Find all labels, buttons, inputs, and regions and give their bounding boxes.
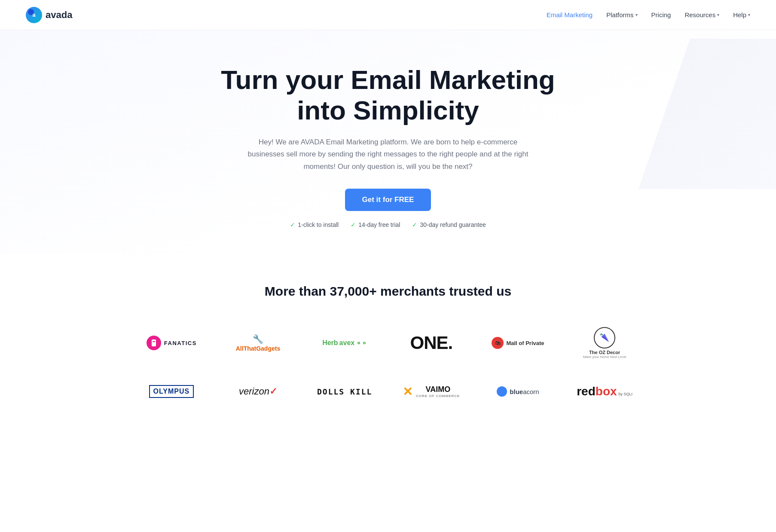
redbox-brand: red box by SQLI xyxy=(577,385,632,398)
mall-icon: 🛍 xyxy=(492,337,504,349)
nav-link-email[interactable]: Email Marketing xyxy=(547,11,593,18)
merchants-section: More than 37,000+ merchants trusted us F… xyxy=(0,254,776,443)
navbar: a avada Email Marketing Platforms ▾ Pric… xyxy=(0,0,776,30)
gadget-icon: 🔧 xyxy=(253,334,263,344)
one-text: ONE. xyxy=(410,333,452,353)
herbavex-text: Herb xyxy=(322,339,338,347)
badge-trial: ✓ 14-day free trial xyxy=(351,221,400,228)
chevron-down-icon-help: ▾ xyxy=(748,12,750,17)
blueacorn-brand: blueacorn xyxy=(497,386,539,397)
fanatics-text: FANATICS xyxy=(164,340,197,346)
oz-text: The OZ Decor xyxy=(589,350,620,355)
redbox-text: red xyxy=(577,385,596,398)
logo-icon: a xyxy=(26,7,42,23)
nav-link-pricing[interactable]: Pricing xyxy=(651,11,671,18)
verizon-text: verizon xyxy=(239,386,269,397)
one-brand: ONE. xyxy=(410,333,452,353)
nav-link-platforms[interactable]: Platforms ▾ xyxy=(606,11,637,18)
cta-button[interactable]: Get it for FREE xyxy=(345,189,431,211)
logo[interactable]: a avada xyxy=(26,7,72,23)
fanatics-brand: FANATICS xyxy=(146,335,197,351)
nav-item-help[interactable]: Help ▾ xyxy=(733,11,750,18)
nav-item-email[interactable]: Email Marketing xyxy=(547,11,593,18)
oz-circle-icon xyxy=(594,327,615,349)
logo-allthat: 🔧 AllThatGadgets xyxy=(217,326,299,360)
allthat-brand: 🔧 AllThatGadgets xyxy=(236,334,280,352)
herbavex-dots: ⚬⚬ xyxy=(356,339,367,347)
redbox-box-text: box xyxy=(596,385,617,398)
logo-letter: a xyxy=(32,12,35,18)
hero-heading: Turn your Email Marketing into Simplicit… xyxy=(195,64,581,126)
vaimo-text-block: VAIMO CORE OF COMMERCE xyxy=(416,385,460,398)
hero-badges: ✓ 1-click to install ✓ 14-day free trial… xyxy=(26,221,750,228)
fanatics-icon xyxy=(146,335,162,351)
olympus-brand: OLYMPUS xyxy=(149,385,194,398)
mall-brand: 🛍 Mall of Private xyxy=(492,337,544,349)
merchant-logo-grid: FANATICS 🔧 AllThatGadgets Herb avex ⚬⚬ O… xyxy=(130,320,646,409)
logo-one: ONE. xyxy=(390,326,473,360)
logo-text: avada xyxy=(46,9,72,21)
herbavex-text2: avex xyxy=(339,339,355,347)
chevron-down-icon-resources: ▾ xyxy=(717,12,719,17)
blueacorn-text: blueacorn xyxy=(510,388,539,395)
hero-section: Turn your Email Marketing into Simplicit… xyxy=(0,30,776,254)
hero-subheading: Hey! We are AVADA Email Marketing platfo… xyxy=(242,136,534,174)
logo-oz: The OZ Decor Make your Home Next Level xyxy=(563,320,646,366)
logo-verizon: verizon ✓ xyxy=(217,374,299,409)
acorn-icon xyxy=(497,386,507,397)
olympus-text: OLYMPUS xyxy=(153,388,190,395)
logo-dolls: DOLLS KILL xyxy=(303,374,386,409)
logo-vaimo: ✕ VAIMO CORE OF COMMERCE xyxy=(390,374,473,409)
badge-install: ✓ 1-click to install xyxy=(290,221,339,228)
logo-mall: 🛍 Mall of Private xyxy=(477,326,559,360)
herbavex-brand: Herb avex ⚬⚬ xyxy=(322,339,367,347)
vaimo-main-text: VAIMO xyxy=(416,385,460,394)
logo-blueacorn: blueacorn xyxy=(477,374,559,409)
check-icon-install: ✓ xyxy=(290,221,295,228)
verizon-check-icon: ✓ xyxy=(269,386,277,397)
dolls-brand: DOLLS KILL xyxy=(317,387,372,396)
vaimo-brand: ✕ VAIMO CORE OF COMMERCE xyxy=(403,385,460,399)
vaimo-sub-text: CORE OF COMMERCE xyxy=(416,394,460,398)
merchants-heading: More than 37,000+ merchants trusted us xyxy=(26,284,750,299)
allthat-text: AllThatGadgets xyxy=(236,345,280,352)
oz-brand: The OZ Decor Make your Home Next Level xyxy=(583,327,626,359)
verizon-brand: verizon ✓ xyxy=(239,386,277,397)
logo-redbox: red box by SQLI xyxy=(563,374,646,409)
oz-subtext: Make your Home Next Level xyxy=(583,355,626,359)
logo-fanatics: FANATICS xyxy=(130,326,213,360)
badge-refund: ✓ 30-day refund guarantee xyxy=(412,221,486,228)
check-icon-trial: ✓ xyxy=(351,221,356,228)
mall-text: Mall of Private xyxy=(506,340,544,346)
check-icon-refund: ✓ xyxy=(412,221,417,228)
svg-rect-2 xyxy=(153,341,155,342)
nav-links: Email Marketing Platforms ▾ Pricing Reso… xyxy=(547,11,750,18)
logo-olympus: OLYMPUS xyxy=(130,374,213,409)
redbox-suffix: by SQLI xyxy=(619,392,633,396)
vaimo-x-icon: ✕ xyxy=(403,385,412,399)
logo-herbavex: Herb avex ⚬⚬ xyxy=(303,326,386,360)
nav-link-help[interactable]: Help ▾ xyxy=(733,11,750,18)
chevron-down-icon: ▾ xyxy=(635,12,638,17)
nav-item-platforms[interactable]: Platforms ▾ xyxy=(606,11,637,18)
nav-item-resources[interactable]: Resources ▾ xyxy=(684,11,719,18)
nav-item-pricing[interactable]: Pricing xyxy=(651,11,671,18)
svg-rect-1 xyxy=(152,339,156,346)
nav-link-resources[interactable]: Resources ▾ xyxy=(684,11,719,18)
dolls-text: DOLLS KILL xyxy=(317,387,372,396)
